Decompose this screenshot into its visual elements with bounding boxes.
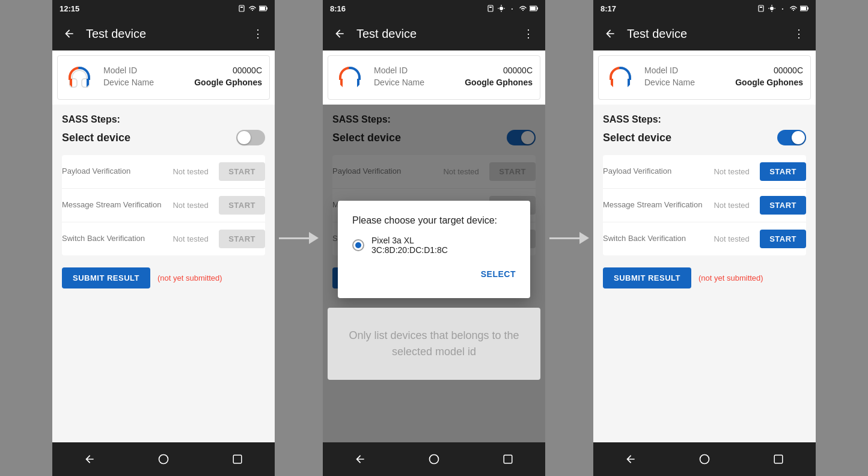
app-bar-3: Test device ⋮ bbox=[593, 17, 816, 50]
phone-screen-2: 8:16 • Test device ⋮ bbox=[323, 0, 545, 476]
svg-rect-0 bbox=[239, 5, 244, 11]
more-button-2[interactable]: ⋮ bbox=[516, 22, 540, 46]
nav-home-2[interactable] bbox=[422, 447, 446, 471]
select-device-label-1: Select device bbox=[62, 132, 130, 144]
more-button-3[interactable]: ⋮ bbox=[787, 22, 811, 46]
submit-button-1[interactable]: SUBMIT RESULT bbox=[62, 267, 150, 288]
submit-button-3[interactable]: SUBMIT RESULT bbox=[603, 267, 691, 288]
sim-icon-1 bbox=[237, 4, 246, 13]
status-bar-3: 8:17 • bbox=[593, 0, 816, 17]
app-title-2: Test device bbox=[356, 27, 516, 41]
back-button-1[interactable] bbox=[57, 22, 81, 46]
device-info-3: Model ID 00000C Device Name Google Gphon… bbox=[644, 66, 803, 90]
nav-recents-3[interactable] bbox=[766, 447, 790, 471]
svg-point-11 bbox=[500, 7, 503, 10]
model-id-row-2: Model ID 00000C bbox=[374, 66, 533, 75]
svg-rect-23 bbox=[759, 5, 763, 11]
arrow-shape-1 bbox=[279, 232, 319, 244]
test-status-stream-1: Not tested bbox=[170, 201, 212, 210]
status-time-1: 12:15 bbox=[60, 4, 79, 13]
select-device-toggle-3[interactable] bbox=[777, 130, 806, 145]
more-button-1[interactable]: ⋮ bbox=[246, 22, 270, 46]
model-id-label-3: Model ID bbox=[644, 66, 678, 75]
svg-rect-24 bbox=[760, 7, 762, 8]
dialog-actions: SELECT bbox=[352, 264, 516, 284]
device-option-text-1: Pixel 3a XL3C:8D:20:DC:D1:8C bbox=[371, 236, 448, 255]
not-submitted-label-1: (not yet submitted) bbox=[157, 273, 222, 282]
select-action-button[interactable]: SELECT bbox=[481, 264, 516, 284]
test-status-payload-1: Not tested bbox=[170, 167, 212, 176]
nav-back-2[interactable] bbox=[348, 447, 372, 471]
svg-rect-1 bbox=[240, 7, 243, 8]
status-time-2: 8:16 bbox=[330, 4, 346, 13]
start-btn-stream-1[interactable]: START bbox=[219, 196, 265, 215]
device-name-label-3: Device Name bbox=[644, 78, 695, 87]
test-steps-1: Payload Verification Not tested START Me… bbox=[62, 155, 265, 255]
back-button-2[interactable] bbox=[328, 22, 352, 46]
sim-icon-2 bbox=[486, 4, 495, 13]
nav-back-1[interactable] bbox=[78, 447, 102, 471]
toggle-thumb-1 bbox=[237, 131, 251, 144]
dialog-overlay-2: Please choose your target device: Pixel … bbox=[323, 105, 545, 442]
model-id-label-2: Model ID bbox=[374, 66, 408, 75]
status-icons-2: • bbox=[486, 4, 538, 13]
svg-rect-9 bbox=[488, 5, 493, 11]
device-logo-1 bbox=[65, 63, 94, 92]
phone-screen-1: 12:15 Test device ⋮ bbox=[52, 0, 275, 476]
svg-rect-17 bbox=[537, 7, 538, 10]
sim-icon-3 bbox=[757, 4, 765, 13]
svg-point-7 bbox=[159, 455, 168, 464]
dot-icon-2: • bbox=[508, 4, 516, 13]
nav-recents-2[interactable] bbox=[496, 447, 520, 471]
select-device-label-3: Select device bbox=[603, 132, 671, 144]
select-device-toggle-1[interactable] bbox=[236, 130, 265, 145]
nav-home-1[interactable] bbox=[151, 447, 176, 471]
arrow-body-2 bbox=[549, 237, 579, 239]
submit-row-3: SUBMIT RESULT (not yet submitted) bbox=[603, 267, 806, 288]
test-name-payload-3: Payload Verification bbox=[603, 166, 711, 177]
start-btn-payload-3[interactable]: START bbox=[760, 162, 806, 181]
svg-rect-8 bbox=[234, 455, 242, 463]
device-name-row-2: Device Name Google Gphones bbox=[374, 78, 533, 87]
arrow-shape-2 bbox=[549, 232, 589, 244]
toggle-thumb-3 bbox=[792, 131, 805, 144]
content-area-1: SASS Steps: Select device Payload Verifi… bbox=[52, 105, 275, 442]
start-btn-switch-1[interactable]: START bbox=[219, 230, 265, 248]
not-submitted-label-3: (not yet submitted) bbox=[698, 273, 763, 282]
dialog-title: Please choose your target device: bbox=[352, 215, 516, 226]
svg-point-35 bbox=[700, 455, 709, 464]
model-id-row-1: Model ID 00000C bbox=[103, 66, 262, 75]
start-btn-payload-1[interactable]: START bbox=[219, 162, 265, 181]
svg-rect-18 bbox=[530, 7, 536, 10]
test-name-stream-1: Message Stream Verification bbox=[62, 200, 170, 210]
start-btn-stream-3[interactable]: START bbox=[760, 196, 806, 215]
back-button-3[interactable] bbox=[598, 22, 622, 46]
device-card-3: Model ID 00000C Device Name Google Gphon… bbox=[598, 55, 811, 100]
content-area-2: SASS Steps: Select device Payload Verifi… bbox=[323, 105, 545, 442]
svg-rect-32 bbox=[801, 7, 806, 10]
app-bar-1: Test device ⋮ bbox=[52, 17, 275, 50]
test-row-payload-1: Payload Verification Not tested START bbox=[62, 155, 265, 189]
arrow-body-1 bbox=[279, 237, 309, 239]
dot-icon-3: • bbox=[778, 4, 787, 13]
start-btn-switch-3[interactable]: START bbox=[760, 230, 806, 248]
svg-rect-3 bbox=[266, 7, 267, 10]
device-info-2: Model ID 00000C Device Name Google Gphon… bbox=[374, 66, 533, 90]
test-status-switch-3: Not tested bbox=[711, 234, 753, 243]
brightness-icon-3 bbox=[768, 4, 776, 13]
device-name-label-1: Device Name bbox=[103, 78, 154, 87]
device-chooser-dialog: Please choose your target device: Pixel … bbox=[338, 201, 530, 298]
svg-rect-10 bbox=[489, 7, 492, 8]
phone-screen-3: 8:17 • Test device ⋮ bbox=[593, 0, 816, 476]
battery-icon-2 bbox=[530, 4, 538, 13]
test-row-switch-3: Switch Back Verification Not tested STAR… bbox=[603, 222, 806, 255]
radio-button-1[interactable] bbox=[352, 239, 364, 251]
nav-recents-1[interactable] bbox=[225, 447, 249, 471]
test-name-stream-3: Message Stream Verification bbox=[603, 200, 711, 210]
app-title-3: Test device bbox=[627, 27, 787, 41]
test-status-switch-1: Not tested bbox=[170, 234, 212, 243]
device-name-value-3: Google Gphones bbox=[735, 78, 803, 87]
test-name-payload-1: Payload Verification bbox=[62, 166, 170, 177]
nav-home-3[interactable] bbox=[692, 447, 717, 471]
nav-back-3[interactable] bbox=[619, 447, 643, 471]
